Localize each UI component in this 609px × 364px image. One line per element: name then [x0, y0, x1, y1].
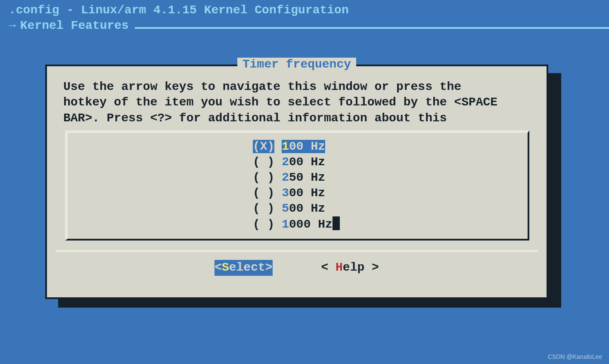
radio-option[interactable]: (X) 100 Hz — [68, 139, 528, 154]
radio-option[interactable]: ( ) 200 Hz — [68, 154, 528, 170]
option-label: 500 Hz — [282, 202, 325, 215]
radio-mark: ( ) — [253, 218, 274, 231]
radio-mark: ( ) — [253, 171, 274, 184]
breadcrumb-text: Kernel Features — [20, 18, 129, 34]
option-label: 250 Hz — [282, 171, 325, 184]
option-label: 1000 Hz — [282, 218, 332, 231]
options-list: (X) 100 Hz( ) 200 Hz( ) 250 Hz( ) 300 Hz… — [65, 130, 529, 241]
radio-option[interactable]: ( ) 500 Hz — [68, 201, 528, 216]
radio-option[interactable]: ( ) 250 Hz — [68, 170, 528, 185]
divider — [56, 250, 538, 252]
page-title: .config - Linux/arm 4.1.15 Kernel Config… — [0, 0, 609, 18]
dialog-title: Timer frequency — [47, 57, 547, 72]
dialog-instructions: Use the arrow keys to navigate this wind… — [47, 66, 547, 128]
option-label: 300 Hz — [282, 186, 325, 200]
breadcrumb: → Kernel Features — [0, 18, 609, 34]
watermark: CSDN @KarudoLee — [548, 353, 602, 361]
button-bar: <Select> < Help > — [47, 260, 547, 275]
radio-mark: ( ) — [253, 202, 274, 215]
arrow-right-icon: → — [9, 18, 16, 34]
option-label: 100 Hz — [282, 140, 325, 153]
option-label: 200 Hz — [282, 155, 325, 169]
select-button[interactable]: <Select> — [214, 260, 272, 275]
radio-mark: ( ) — [253, 186, 274, 200]
divider — [135, 27, 609, 29]
help-button[interactable]: < Help > — [321, 260, 379, 275]
radio-option[interactable]: ( ) 300 Hz — [68, 185, 528, 201]
radio-option[interactable]: ( ) 1000 Hz — [68, 216, 528, 232]
dialog: Timer frequency Use the arrow keys to na… — [45, 65, 548, 299]
radio-mark: (X) — [253, 140, 274, 153]
radio-mark: ( ) — [253, 155, 274, 169]
text-cursor-icon — [332, 216, 340, 230]
